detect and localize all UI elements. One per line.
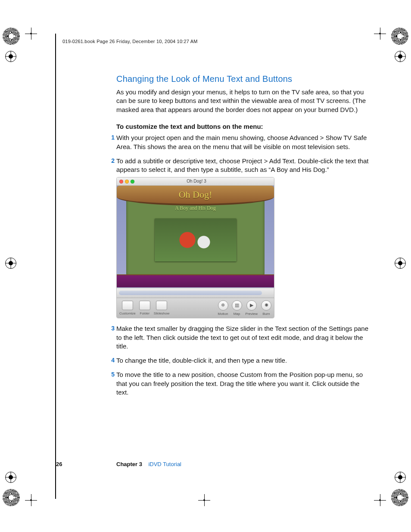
crop-mark <box>198 494 210 506</box>
toolbar-label: Slideshow <box>154 311 169 316</box>
crop-mark <box>374 28 386 40</box>
step-number: 2 <box>108 157 115 165</box>
step-number: 1 <box>108 134 115 142</box>
crop-mark <box>374 494 386 506</box>
window-title: Oh Dog! 3 <box>136 178 257 184</box>
step-item: 1 With your project open and the main me… <box>116 134 371 151</box>
screenshot-toolbar: Customize Folder Slideshow ✲Motion ▥Map … <box>117 298 274 318</box>
page-footer: 26 Chapter 3 iDVD Tutorial <box>56 461 181 467</box>
register-mark <box>395 472 406 483</box>
screenshot-canvas: Oh Dog! A Boy and His Dog Play Movie Sce… <box>117 186 274 298</box>
close-icon <box>119 180 123 184</box>
chapter-title: iDVD Tutorial <box>148 461 181 467</box>
minimize-icon <box>125 180 129 184</box>
section-heading: Changing the Look of Menu Text and Butto… <box>116 73 371 85</box>
step-item: 4 To change the title, double-click it, … <box>116 356 371 365</box>
register-mark <box>395 258 406 269</box>
register-mark <box>5 258 16 269</box>
printers-mark-sunburst <box>391 489 408 506</box>
screenshot-titlebar: Oh Dog! 3 <box>117 177 274 186</box>
toolbar-label: Folder <box>140 311 149 316</box>
step-item: 3 Make the text smaller by dragging the … <box>116 324 371 351</box>
zoom-icon <box>131 180 134 184</box>
step-item: 5 To move the title to a new position, c… <box>116 370 371 397</box>
step-text: With your project open and the main menu… <box>116 134 367 150</box>
menu-band <box>117 275 274 287</box>
procedure-heading: To customize the text and buttons on the… <box>116 122 371 131</box>
menu-photo <box>155 218 237 261</box>
menu-title: Oh Dog! <box>117 186 274 201</box>
step-text: Make the text smaller by dragging the Si… <box>116 325 368 350</box>
crop-mark <box>25 494 37 506</box>
step-text: To move the title to a new position, cho… <box>116 371 363 396</box>
page-edge-rule <box>55 34 56 499</box>
step-text: To add a subtitle or descriptive text, c… <box>116 157 368 174</box>
toolbar-label: Customize <box>119 311 136 316</box>
step-number: 4 <box>108 356 115 364</box>
menu-subtitle: A Boy and His Dog <box>117 205 274 212</box>
printers-mark-sunburst <box>3 28 20 45</box>
slideshow-icon <box>156 301 167 310</box>
step-number: 5 <box>108 370 115 379</box>
idvd-screenshot: Oh Dog! 3 Oh Dog! A Boy and His Dog Play… <box>116 177 274 318</box>
crop-mark <box>25 28 37 40</box>
customize-icon <box>122 301 133 310</box>
folder-icon <box>139 301 150 310</box>
preview-icon: ▶ <box>246 300 257 311</box>
step-item: 2 To add a subtitle or descriptive text,… <box>116 157 371 318</box>
chapter-label: Chapter 3 <box>116 461 142 467</box>
menu-curtain: Oh Dog! <box>117 186 274 205</box>
register-mark <box>5 472 16 483</box>
page-number: 26 <box>56 461 69 467</box>
screenshot-scrollbar <box>117 288 274 298</box>
toolbar-label: Burn <box>263 311 270 316</box>
motion-icon: ✲ <box>218 300 228 311</box>
register-mark <box>5 51 16 62</box>
step-number: 3 <box>108 324 115 333</box>
body-content: Changing the Look of Menu Text and Butto… <box>116 73 371 402</box>
toolbar-label: Map <box>234 311 240 316</box>
running-header: 019-0261.book Page 26 Friday, December 1… <box>62 39 198 44</box>
burn-icon: ✺ <box>261 300 271 311</box>
toolbar-label: Preview <box>246 311 258 316</box>
intro-paragraph: As you modify and design your menus, it … <box>116 88 371 115</box>
toolbar-label: Motion <box>218 311 228 316</box>
printers-mark-sunburst <box>391 28 408 45</box>
numbered-steps: 1 With your project open and the main me… <box>116 134 371 397</box>
step-text: To change the title, double-click it, an… <box>116 357 287 364</box>
register-mark <box>395 51 406 62</box>
printers-mark-sunburst <box>3 489 20 506</box>
map-icon: ▥ <box>232 300 242 311</box>
